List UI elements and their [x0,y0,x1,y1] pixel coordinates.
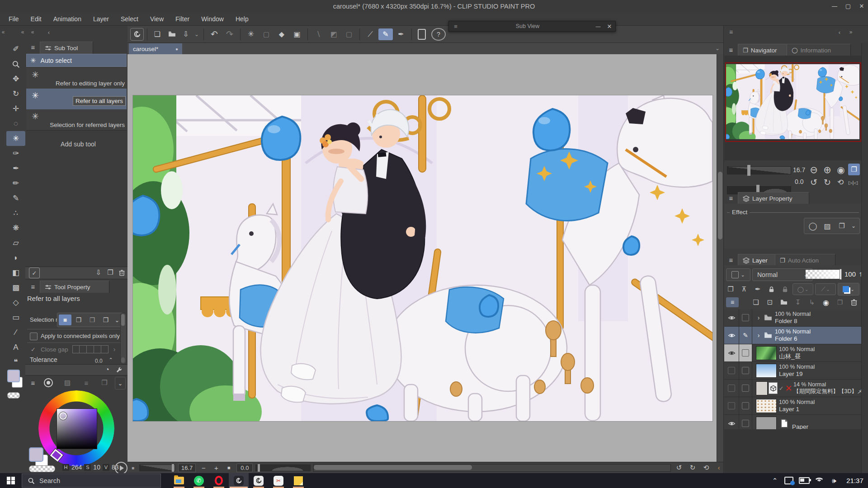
layer-list-view-button[interactable]: ≡ [726,297,739,307]
canvas-rotate-reset-icon[interactable]: ⟲ [701,464,712,472]
tray-battery-icon[interactable] [797,473,812,488]
canvas-tab-list-icon[interactable]: ⌄ [713,43,722,53]
reference-layer-icon[interactable]: ⊼ [738,284,750,295]
layer-visibility-toggle[interactable] [724,397,739,414]
operation-tool[interactable]: ✐ [6,42,25,56]
menu-select[interactable]: Select [115,15,144,23]
subtool-collapse-icon[interactable]: « [28,28,37,36]
apply-connected-checkbox[interactable] [30,333,38,340]
selection-mode-new-button[interactable]: ■ [59,314,71,325]
navigator-rotate-cw-icon[interactable]: ↻ [821,176,834,188]
canvas-zoom-out-icon[interactable]: − [198,464,208,472]
opacity-slider[interactable] [806,270,842,279]
open-file-icon[interactable] [165,28,179,40]
gradient-tool[interactable]: ▩ [6,280,25,295]
rotate-view-tool[interactable]: ↻ [6,86,25,101]
tool-property-tab[interactable]: Tool Property [40,281,109,293]
menu-view[interactable]: View [144,15,170,23]
delete-subtool-icon[interactable] [117,267,127,277]
sub-tool-tab[interactable]: Sub Tool [40,42,93,54]
window-minimize-button[interactable]: — [828,0,841,12]
taskbar-app-file-explorer[interactable] [169,473,189,488]
menu-window[interactable]: Window [195,15,230,23]
folder-expander-icon[interactable]: › [756,332,761,339]
taskbar-app-clip-studio-paint[interactable] [229,473,249,488]
tool-property-scrollbar[interactable] [120,313,127,364]
layer-thumbnail[interactable] [756,364,777,378]
transparent-color-swatch[interactable] [7,392,20,399]
pencil-tool[interactable]: ✏ [6,176,25,191]
navigator-zoom-in-icon[interactable]: ⊕ [821,164,834,176]
canvas-viewport[interactable] [127,54,717,462]
redo-icon[interactable]: ↷ [222,28,237,40]
menu-help[interactable]: Help [230,15,255,23]
hand-tool[interactable]: ✥ [6,71,25,86]
layer-visibility-toggle[interactable] [724,344,739,361]
color-mixer-icon[interactable] [115,462,127,474]
taskbar-app-snipping-tool[interactable]: ✂ [269,473,288,488]
clip-studio-logo-icon[interactable] [130,28,144,41]
vector-snap-line-icon[interactable]: ✒ [394,28,408,40]
layer-color-group[interactable]: ⌄ [838,283,859,296]
canvas-zoom-reset-icon[interactable]: ■ [224,465,234,470]
sub-tool-item-refer-all[interactable]: ✳ Refer to all layers [26,89,127,110]
layer-visibility-toggle[interactable] [724,309,739,326]
layer-checkbox[interactable] [739,344,752,361]
tolerance-value[interactable]: 0.0 [95,358,103,364]
brush-tool[interactable]: ✎ [6,191,25,206]
auto-select-tool[interactable]: ✳ [6,131,25,146]
tray-wifi-icon[interactable] [812,473,826,488]
create-mask-icon[interactable]: ◉ [821,297,831,307]
canvas-rotation-slider[interactable] [255,465,311,471]
window-close-button[interactable]: ✕ [855,0,868,12]
layer-row-sanrin[interactable]: 100 % Normal山林_昼 [724,344,861,362]
lock-layer-icon[interactable] [765,284,777,295]
canvas-tab[interactable]: carousel* ● [129,43,182,54]
close-gap-checkbox[interactable]: ✓ [30,346,37,353]
save-dropdown-icon[interactable]: ⌄ [193,28,200,40]
tolerance-spinner-icon[interactable]: ⌃ [108,357,114,362]
ruler-range-group[interactable]: ⟋⌄ [815,283,836,295]
wrench-icon[interactable] [114,365,124,375]
selection-border-icon[interactable]: ▣ [290,28,304,40]
lasso-tool[interactable]: ◌ [6,116,25,131]
border-effect-icon[interactable]: ◯ [807,220,819,232]
color-wheel-tab-icon[interactable] [42,377,55,389]
color-transparent-swatch[interactable] [29,465,55,472]
layer-row-3d-carousel[interactable]: ✓ ✕ 14 % Normal【期間限定無料】【3D】メリー [724,380,861,397]
tone-effect-icon[interactable]: ▨ [821,220,834,232]
start-button[interactable] [0,473,22,488]
right-collapse-right-icon[interactable]: » [846,28,855,36]
layer-visibility-toggle[interactable] [724,380,739,397]
airbrush-tool[interactable]: ∴ [6,206,25,221]
pen-tool[interactable]: ✒ [6,161,25,176]
opacity-value[interactable]: 100 [844,270,856,278]
subtool-back-icon[interactable]: ‹ [45,28,52,36]
canvas-zoom-in-icon[interactable]: + [211,464,221,472]
color-slider-tab-icon[interactable]: ▨ [61,377,74,389]
taskbar-search-box[interactable]: Search [22,474,161,488]
zoom-tool[interactable] [6,56,25,71]
layer-thumbnail[interactable] [756,417,777,431]
snap-special-ruler-icon[interactable]: ◩ [326,28,341,40]
brush-size-dial-icon[interactable]: ◔ [102,365,112,375]
navigator-zoom-value[interactable]: 16.7 [793,166,805,174]
color-set-tab-icon[interactable]: ≡ [80,377,93,389]
tray-clock[interactable]: 21:37 [842,477,868,484]
color-panel-menu-icon[interactable]: ≡ [28,378,38,388]
text-tool[interactable]: A [6,340,25,355]
layer-row-folder8[interactable]: › 100 % NormalFolder 8 [724,309,861,327]
companion-mode-icon[interactable] [415,28,429,40]
deselect-icon[interactable]: ✳ [244,28,258,40]
blend-tool[interactable]: ◗ [6,250,25,265]
folder-expander-icon[interactable]: › [756,314,761,321]
navigator-flip-horizontal-icon[interactable]: ▷|◁ [847,177,859,188]
fill-tool[interactable]: ◧ [6,265,25,280]
apply-mask-icon[interactable]: ❐ [835,297,845,307]
taskbar-app-sticky-notes[interactable] [288,473,308,488]
tray-sync-icon[interactable] [781,473,797,488]
menu-layer[interactable]: Layer [87,15,115,23]
canvas-vscrollbar[interactable] [717,54,724,462]
draft-layer-icon[interactable]: ✒ [752,284,764,295]
canvas-options-icon[interactable]: ■ [129,464,137,471]
